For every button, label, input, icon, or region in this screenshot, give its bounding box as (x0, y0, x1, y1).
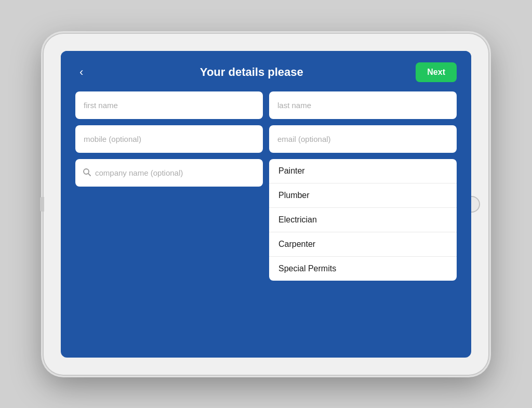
mobile-input[interactable] (75, 125, 263, 153)
dropdown-item-carpenter[interactable]: Carpenter (269, 232, 457, 257)
contact-row (75, 125, 457, 153)
last-name-input[interactable] (269, 91, 457, 119)
back-button[interactable]: ‹ (75, 64, 87, 80)
company-name-input[interactable] (95, 159, 256, 187)
next-button[interactable]: Next (416, 62, 457, 82)
tablet-shell: ‹ Your details please Next (43, 33, 489, 376)
dropdown-item-plumber[interactable]: Plumber (269, 183, 457, 208)
company-dropdown-row: Painter Plumber Electrician Carpenter Sp… (75, 159, 457, 281)
search-box[interactable] (75, 159, 263, 187)
header: ‹ Your details please Next (61, 51, 471, 91)
first-name-input[interactable] (75, 91, 263, 119)
dropdown-item-special-permits[interactable]: Special Permits (269, 257, 457, 281)
dropdown-item-painter[interactable]: Painter (269, 159, 457, 183)
svg-line-1 (88, 174, 90, 176)
search-icon (83, 168, 91, 178)
screen: ‹ Your details please Next (61, 51, 471, 358)
company-search-wrapper (75, 159, 263, 187)
trade-dropdown: Painter Plumber Electrician Carpenter Sp… (269, 159, 457, 281)
email-input[interactable] (269, 125, 457, 153)
form-area: Painter Plumber Electrician Carpenter Sp… (61, 91, 471, 358)
page-title: Your details please (87, 65, 416, 79)
dropdown-item-electrician[interactable]: Electrician (269, 208, 457, 232)
name-row (75, 91, 457, 119)
